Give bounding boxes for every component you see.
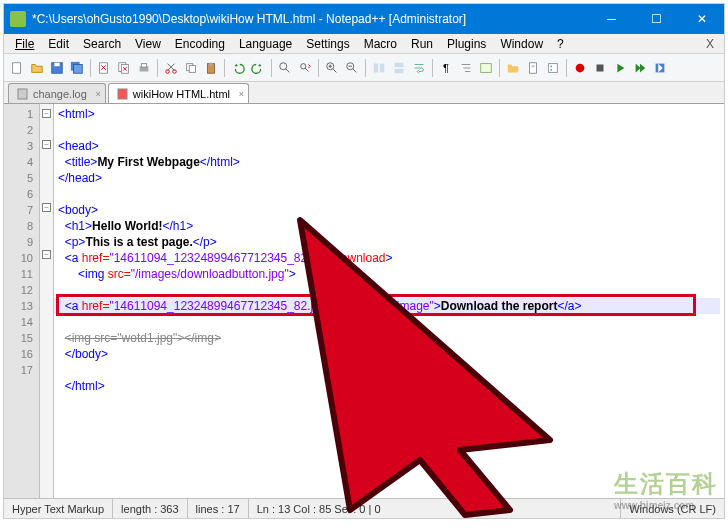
- menu-window[interactable]: Window: [493, 35, 550, 53]
- minimize-button[interactable]: ─: [589, 4, 634, 34]
- code-line[interactable]: <title>My First Webpage</html>: [58, 155, 240, 169]
- fold-toggle[interactable]: −: [42, 203, 51, 212]
- svg-rect-26: [531, 65, 535, 67]
- save-macro-icon[interactable]: [651, 59, 669, 77]
- toolbar: ¶: [4, 54, 724, 82]
- menu-run[interactable]: Run: [404, 35, 440, 53]
- fold-toggle[interactable]: −: [42, 109, 51, 118]
- wrap-icon[interactable]: [410, 59, 428, 77]
- undo-icon[interactable]: [229, 59, 247, 77]
- svg-rect-25: [530, 62, 537, 73]
- status-lines: lines : 17: [188, 499, 249, 518]
- tab[interactable]: change.log×: [8, 83, 106, 103]
- code-line[interactable]: <h1>Hello World!</h1>: [58, 219, 193, 233]
- app-window: *C:\Users\ohGusto1990\Desktop\wikiHow HT…: [4, 4, 724, 518]
- app-icon: [10, 11, 26, 27]
- menu-help[interactable]: ?: [550, 35, 571, 53]
- show-chars-icon[interactable]: ¶: [437, 59, 455, 77]
- svg-rect-31: [597, 64, 604, 71]
- sync-h-icon[interactable]: [390, 59, 408, 77]
- folder-icon[interactable]: [504, 59, 522, 77]
- code-line[interactable]: </html>: [58, 379, 105, 393]
- redo-icon[interactable]: [249, 59, 267, 77]
- code-line[interactable]: </head>: [58, 171, 102, 185]
- stop-icon[interactable]: [591, 59, 609, 77]
- cut-icon[interactable]: [162, 59, 180, 77]
- code-line[interactable]: <html>: [58, 107, 95, 121]
- file-icon: [17, 88, 29, 100]
- menu-edit[interactable]: Edit: [41, 35, 76, 53]
- play-multi-icon[interactable]: [631, 59, 649, 77]
- menu-encoding[interactable]: Encoding: [168, 35, 232, 53]
- close-file-icon[interactable]: [95, 59, 113, 77]
- editor-area[interactable]: 1234567891011121314151617 −−−− <html> <h…: [4, 104, 724, 498]
- menu-macro[interactable]: Macro: [357, 35, 404, 53]
- menu-file[interactable]: File: [8, 35, 41, 53]
- save-all-icon[interactable]: [68, 59, 86, 77]
- code-line[interactable]: <body>: [58, 203, 98, 217]
- record-icon[interactable]: [571, 59, 589, 77]
- svg-rect-0: [13, 62, 21, 73]
- menubar: File Edit Search View Encoding Language …: [4, 34, 724, 54]
- svg-point-29: [550, 68, 552, 70]
- doc-map-icon[interactable]: [524, 59, 542, 77]
- code-line[interactable]: <a href="14611094_12324899467712345_82.j…: [58, 251, 393, 265]
- code-line[interactable]: <head>: [58, 139, 99, 153]
- svg-point-30: [576, 63, 585, 72]
- print-icon[interactable]: [135, 59, 153, 77]
- zoom-out-icon[interactable]: [343, 59, 361, 77]
- play-icon[interactable]: [611, 59, 629, 77]
- copy-icon[interactable]: [182, 59, 200, 77]
- line-number-gutter: 1234567891011121314151617: [4, 104, 40, 498]
- close-button[interactable]: ✕: [679, 4, 724, 34]
- tab-close-icon[interactable]: ×: [96, 89, 101, 99]
- func-list-icon[interactable]: [544, 59, 562, 77]
- svg-rect-22: [395, 62, 404, 66]
- paste-icon[interactable]: [202, 59, 220, 77]
- code-line[interactable]: <img src="wotd1.jpg"></img>: [58, 331, 221, 345]
- svg-rect-21: [380, 63, 384, 72]
- code-line[interactable]: <p>This is a test page.</p>: [58, 235, 217, 249]
- menu-search[interactable]: Search: [76, 35, 128, 53]
- code-line[interactable]: </body>: [58, 347, 108, 361]
- menu-plugins[interactable]: Plugins: [440, 35, 493, 53]
- code-line[interactable]: <img src="/images/downloadbutton.jpg">: [58, 267, 296, 281]
- replace-icon[interactable]: [296, 59, 314, 77]
- sync-v-icon[interactable]: [370, 59, 388, 77]
- svg-rect-23: [395, 68, 404, 72]
- lang-icon[interactable]: [477, 59, 495, 77]
- svg-rect-9: [141, 63, 146, 67]
- menu-view[interactable]: View: [128, 35, 168, 53]
- close-all-icon[interactable]: [115, 59, 133, 77]
- fold-toggle[interactable]: −: [42, 140, 51, 149]
- svg-point-28: [550, 65, 552, 67]
- status-language: Hyper Text Markup: [4, 499, 113, 518]
- open-file-icon[interactable]: [28, 59, 46, 77]
- menu-settings[interactable]: Settings: [299, 35, 356, 53]
- code-line[interactable]: <a href="14611094_12324899467712345_82.j…: [54, 298, 720, 314]
- svg-rect-27: [549, 63, 558, 72]
- svg-rect-13: [189, 65, 195, 72]
- fold-gutter[interactable]: −−−−: [40, 104, 54, 498]
- find-icon[interactable]: [276, 59, 294, 77]
- tab-close-icon[interactable]: ×: [239, 89, 244, 99]
- code-content[interactable]: <html> <head> <title>My First Webpage</h…: [54, 104, 724, 498]
- tab-label: wikiHow HTML.html: [133, 88, 230, 100]
- statusbar: Hyper Text Markup length : 363 lines : 1…: [4, 498, 724, 518]
- menu-language[interactable]: Language: [232, 35, 299, 53]
- new-file-icon[interactable]: [8, 59, 26, 77]
- window-title: *C:\Users\ohGusto1990\Desktop\wikiHow HT…: [32, 12, 589, 26]
- fold-toggle[interactable]: −: [42, 250, 51, 259]
- tab[interactable]: wikiHow HTML.html×: [108, 83, 249, 103]
- svg-rect-24: [481, 63, 492, 72]
- svg-rect-33: [18, 89, 27, 99]
- svg-rect-34: [118, 89, 127, 99]
- indent-guide-icon[interactable]: [457, 59, 475, 77]
- menubar-close-icon[interactable]: X: [700, 37, 720, 51]
- titlebar[interactable]: *C:\Users\ohGusto1990\Desktop\wikiHow HT…: [4, 4, 724, 34]
- zoom-in-icon[interactable]: [323, 59, 341, 77]
- status-position: Ln : 13 Col : 85 Sel : 0 | 0: [249, 499, 622, 518]
- svg-point-16: [280, 62, 287, 69]
- maximize-button[interactable]: ☐: [634, 4, 679, 34]
- save-icon[interactable]: [48, 59, 66, 77]
